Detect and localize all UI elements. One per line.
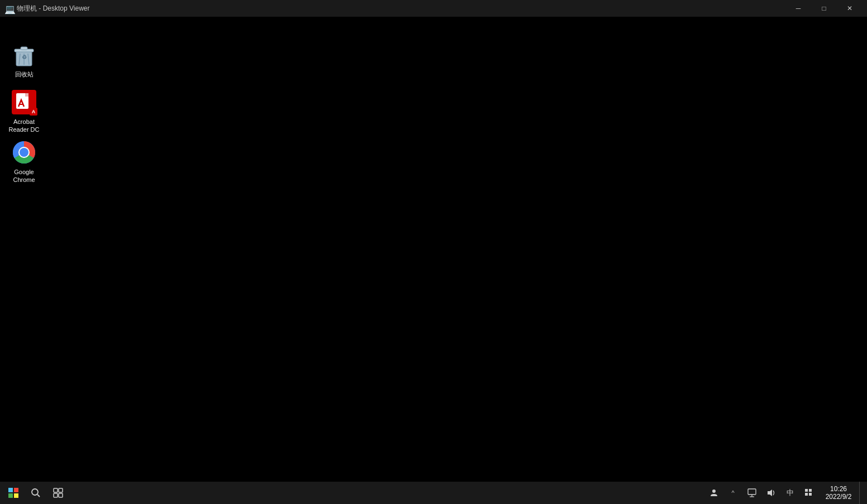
- svg-rect-28: [805, 493, 808, 496]
- search-button[interactable]: [25, 482, 47, 504]
- chevron-up-icon: ^: [731, 489, 734, 496]
- close-button[interactable]: ✕: [837, 0, 863, 17]
- svg-rect-27: [809, 489, 812, 492]
- recycle-bin-label: 回收站: [15, 70, 34, 78]
- person-tray-icon[interactable]: [705, 482, 723, 504]
- desktop-icon-chrome[interactable]: Google Chrome: [3, 137, 45, 186]
- svg-point-13: [20, 148, 28, 157]
- svg-rect-29: [809, 493, 812, 496]
- svg-text:♻: ♻: [22, 54, 27, 60]
- svg-marker-25: [768, 489, 772, 496]
- svg-point-15: [32, 489, 38, 495]
- desktop-icon-recycle-bin[interactable]: ♻ 回收站: [3, 39, 45, 80]
- task-view-icon: [53, 488, 63, 498]
- network-tray-icon[interactable]: [743, 482, 761, 504]
- acrobat-label-line2: Reader DC: [8, 126, 39, 133]
- language-tray-indicator[interactable]: 中: [781, 482, 799, 504]
- recycle-bin-icon: ♻: [11, 41, 37, 68]
- show-desktop-button[interactable]: [859, 482, 863, 504]
- task-view-button[interactable]: [47, 482, 69, 504]
- clock-tray[interactable]: 10:26 2022/9/2: [819, 482, 858, 504]
- volume-tray-icon[interactable]: [762, 482, 780, 504]
- chrome-label-line1: Google: [14, 168, 34, 176]
- svg-line-16: [37, 495, 40, 497]
- search-icon: [31, 488, 41, 498]
- apps-grid-tray-button[interactable]: [800, 482, 818, 504]
- system-tray: ^ 中: [703, 482, 865, 504]
- svg-rect-20: [59, 493, 63, 497]
- network-icon: [747, 488, 756, 497]
- svg-rect-19: [54, 493, 58, 497]
- grid-icon: [805, 489, 813, 497]
- show-hidden-tray-button[interactable]: ^: [724, 482, 742, 504]
- minimize-button[interactable]: ─: [785, 0, 811, 17]
- desktop: ♻ 回收站 A Acrobat Reader DC: [0, 17, 867, 482]
- clock-date: 2022/9/2: [826, 493, 852, 501]
- desktop-icon-acrobat[interactable]: A Acrobat Reader DC: [3, 87, 45, 136]
- language-label: 中: [787, 488, 794, 498]
- svg-rect-2: [21, 47, 27, 50]
- svg-rect-22: [748, 489, 756, 495]
- volume-icon: [766, 488, 775, 497]
- acrobat-label-line1: Acrobat: [13, 118, 35, 126]
- svg-rect-17: [54, 488, 58, 492]
- clock-time: 10:26: [830, 485, 847, 493]
- chrome-label-line2: Chrome: [13, 176, 35, 184]
- person-icon: [709, 488, 718, 497]
- app-icon: 💻: [4, 4, 13, 13]
- chrome-icon: [11, 139, 37, 166]
- window-title: 物理机 - Desktop Viewer: [17, 4, 785, 13]
- acrobat-icon: A: [11, 89, 37, 116]
- title-bar: 💻 物理机 - Desktop Viewer ─ □ ✕: [0, 0, 867, 17]
- window-controls: ─ □ ✕: [785, 0, 863, 17]
- svg-rect-18: [59, 488, 63, 492]
- start-button[interactable]: [2, 482, 25, 504]
- maximize-button[interactable]: □: [811, 0, 837, 17]
- svg-rect-9: [25, 93, 28, 97]
- svg-point-21: [712, 489, 716, 493]
- svg-rect-26: [805, 489, 808, 492]
- taskbar: ^ 中: [0, 482, 867, 504]
- windows-logo-icon: [8, 488, 18, 498]
